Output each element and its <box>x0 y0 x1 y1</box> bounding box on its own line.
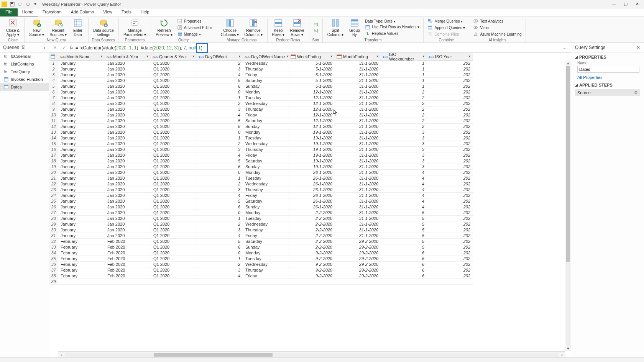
cell[interactable]: Wednesday <box>243 221 289 227</box>
cell[interactable]: 29-2-2020 <box>335 256 381 262</box>
cell[interactable]: Q1 2020 <box>151 152 197 158</box>
cell[interactable]: 202 <box>427 221 473 227</box>
cell[interactable]: 19-1-2020 <box>289 135 335 141</box>
fx-icon[interactable]: fx <box>70 45 73 51</box>
cell[interactable]: Tuesday <box>243 256 289 262</box>
row-number[interactable]: 17 <box>49 152 58 158</box>
cell[interactable]: 31-1-2020 <box>335 141 381 147</box>
row-number[interactable]: 18 <box>49 158 58 164</box>
qat-dropdown-icon[interactable]: ▾ <box>32 1 39 8</box>
cell[interactable] <box>58 279 105 285</box>
cell[interactable]: 26-1-2020 <box>289 193 335 198</box>
row-number[interactable]: 16 <box>49 147 58 152</box>
cell[interactable]: 0 <box>197 250 243 256</box>
cell[interactable]: Jan 2020 <box>105 118 151 124</box>
cell[interactable]: 6 <box>381 256 427 262</box>
cell[interactable]: 9-2-2020 <box>289 262 335 267</box>
cell[interactable]: Jan 2020 <box>105 210 151 216</box>
cell[interactable]: January <box>58 141 105 147</box>
cell[interactable]: 2-2-2020 <box>289 216 335 221</box>
cell[interactable]: 1 <box>197 256 243 262</box>
close-button[interactable]: ✕ <box>632 1 642 8</box>
cell[interactable]: Q1 2020 <box>151 164 197 170</box>
row-number[interactable]: 2 <box>49 66 58 72</box>
cell[interactable]: 9-2-2020 <box>289 273 335 279</box>
cell[interactable]: 31-1-2020 <box>335 78 381 84</box>
cell[interactable]: 202 <box>427 193 473 198</box>
cell[interactable]: Jan 2020 <box>105 227 151 233</box>
cell[interactable]: Jan 2020 <box>105 187 151 193</box>
cell[interactable]: 9-2-2020 <box>289 250 335 256</box>
column-header[interactable]: WeekEnding▼ <box>289 53 335 61</box>
cell[interactable]: 2 <box>197 221 243 227</box>
cell[interactable]: 4 <box>381 204 427 210</box>
cell[interactable]: Jan 2020 <box>105 141 151 147</box>
column-filter-icon[interactable]: ▼ <box>192 55 195 58</box>
row-number[interactable]: 38 <box>49 273 58 279</box>
cell[interactable]: 31-1-2020 <box>335 61 381 66</box>
cell[interactable]: January <box>58 135 105 141</box>
cell[interactable] <box>289 279 335 285</box>
row-number[interactable]: 10 <box>49 112 58 118</box>
cell[interactable]: 4 <box>381 198 427 204</box>
cell[interactable]: Jan 2020 <box>105 233 151 239</box>
cell[interactable]: Feb 2020 <box>105 273 151 279</box>
formula-confirm-button[interactable]: ✓ <box>61 44 67 51</box>
cell[interactable]: 202 <box>427 273 473 279</box>
cell[interactable]: Jan 2020 <box>105 72 151 78</box>
cell[interactable]: Friday <box>243 112 289 118</box>
queries-collapse-icon[interactable]: ‹ <box>44 44 46 51</box>
cell[interactable]: 2 <box>381 106 427 112</box>
cell[interactable]: 31-1-2020 <box>335 181 381 187</box>
cell[interactable]: 202 <box>427 106 473 112</box>
cell[interactable]: Tuesday <box>243 175 289 181</box>
scroll-up-icon[interactable]: ▲ <box>565 61 571 66</box>
cell[interactable]: Tuesday <box>243 95 289 101</box>
row-number[interactable]: 31 <box>49 233 58 239</box>
cell[interactable]: Jan 2020 <box>105 135 151 141</box>
tab-transform[interactable]: Transform <box>38 8 66 16</box>
cell[interactable]: 1 <box>381 72 427 78</box>
cell[interactable]: 202 <box>427 129 473 135</box>
cell[interactable]: Jan 2020 <box>105 198 151 204</box>
column-filter-icon[interactable]: ▼ <box>422 55 425 58</box>
cell[interactable]: January <box>58 78 105 84</box>
cell[interactable]: Sunday <box>243 124 289 129</box>
cell[interactable]: 3 <box>381 158 427 164</box>
cell[interactable]: Thursday <box>243 66 289 72</box>
cell[interactable]: 202 <box>427 187 473 193</box>
cell[interactable]: 9-2-2020 <box>289 267 335 273</box>
row-number[interactable]: 6 <box>49 89 58 95</box>
cell[interactable]: 29-2-2020 <box>335 273 381 279</box>
cell[interactable]: 26-1-2020 <box>289 187 335 193</box>
cell[interactable] <box>335 279 381 285</box>
cell[interactable]: Monday <box>243 250 289 256</box>
cell[interactable]: 3 <box>381 135 427 141</box>
cell[interactable]: Q1 2020 <box>151 141 197 147</box>
close-apply-button[interactable]: Close &Apply ▾ <box>4 18 22 38</box>
tab-view[interactable]: View <box>99 8 117 16</box>
cell[interactable]: Wednesday <box>243 181 289 187</box>
data-source-settings-button[interactable]: Data sourcesettings <box>91 18 116 38</box>
column-header[interactable]: MonthEnding▼ <box>335 53 381 61</box>
cell[interactable]: February <box>58 256 105 262</box>
cell[interactable]: Q1 2020 <box>151 233 197 239</box>
cell[interactable]: Jan 2020 <box>105 170 151 175</box>
cell[interactable] <box>381 279 427 285</box>
cell[interactable]: 202 <box>427 112 473 118</box>
cell[interactable]: 6 <box>197 84 243 89</box>
cell[interactable]: 1 <box>381 84 427 89</box>
cell[interactable]: 5 <box>197 198 243 204</box>
split-column-button[interactable]: SplitColumn ▾ <box>325 18 346 38</box>
cell[interactable]: 9-2-2020 <box>289 256 335 262</box>
cell[interactable]: 4 <box>197 193 243 198</box>
cell[interactable]: 5-1-2020 <box>289 61 335 66</box>
cell[interactable]: 202 <box>427 210 473 216</box>
cell[interactable]: Jan 2020 <box>105 181 151 187</box>
cell[interactable]: Wednesday <box>243 61 289 66</box>
cell[interactable]: 5 <box>381 227 427 233</box>
cell[interactable]: Q1 2020 <box>151 66 197 72</box>
row-number[interactable]: 39 <box>49 279 58 285</box>
cell[interactable]: 26-1-2020 <box>289 198 335 204</box>
cell[interactable]: Tuesday <box>243 216 289 221</box>
